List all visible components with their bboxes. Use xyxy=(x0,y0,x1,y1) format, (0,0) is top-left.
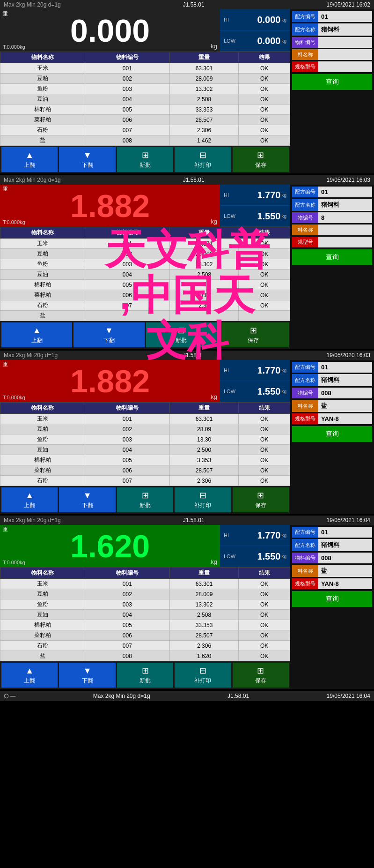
table-cell: OK xyxy=(239,589,290,599)
btn-保存[interactable]: ⊞保存 xyxy=(233,487,289,512)
low-unit: kg xyxy=(281,389,286,394)
btn-上翻[interactable]: ▲上翻 xyxy=(1,663,58,688)
hi-low-panel: HI0.000kgLOW0.000kg xyxy=(220,9,290,52)
btn-上翻[interactable]: ▲上翻 xyxy=(1,147,58,172)
btn-补打印[interactable]: ⊟补打印 xyxy=(175,147,231,172)
table-cell: 001 xyxy=(85,414,169,424)
table-header: 重量 xyxy=(169,227,238,239)
table-row: 棉籽粕00533.353OK xyxy=(0,105,290,115)
low-row: LOW1.550kg xyxy=(220,546,290,567)
table-cell: OK xyxy=(239,63,290,74)
table-cell: 003 xyxy=(85,599,169,610)
info-tag: 配方名称 xyxy=(292,539,318,551)
table-cell: 石粉 xyxy=(0,641,85,651)
info-value: 盐 xyxy=(318,565,372,577)
btn-补打印[interactable]: ⊟补打印 xyxy=(175,487,231,512)
table-cell: 鱼粉 xyxy=(0,599,85,610)
hi-low-panel: HI1.770kgLOW1.550kg xyxy=(220,185,290,227)
hi-low-panel: HI1.770kgLOW1.550kg xyxy=(220,525,290,567)
info-value xyxy=(318,237,372,247)
table-row: 菜籽粕00628.507OK xyxy=(0,115,290,125)
btn-下翻[interactable]: ▼下翻 xyxy=(59,487,115,512)
low-label: LOW xyxy=(224,554,238,559)
table-row: 盐0081.620OK xyxy=(0,651,290,661)
table-wrapper: 物料名称物料编号重量结果玉米00163.301OK豆粕00228.009OK鱼粉… xyxy=(0,567,290,661)
btn-下翻[interactable]: ▼下翻 xyxy=(73,322,144,347)
info-block: 配方编号01 xyxy=(292,527,372,538)
table-row: 豆粕00228.009OK xyxy=(0,589,290,599)
btn-上翻[interactable]: ▲上翻 xyxy=(1,322,72,347)
query-button[interactable]: 查询 xyxy=(292,249,372,265)
btn-label-保存: 保存 xyxy=(255,161,266,169)
table-cell: 004 xyxy=(85,269,169,280)
info-tag: 配方编号 xyxy=(292,11,318,22)
table-row: 豆油0042.508OK xyxy=(0,610,290,620)
btn-下翻[interactable]: ▼下翻 xyxy=(59,663,115,688)
table-cell: 棉籽粕 xyxy=(0,105,85,115)
table-cell: 玉米 xyxy=(0,63,85,74)
btn-补打印[interactable]: ⊟补打印 xyxy=(175,663,231,688)
table-row: 盐 xyxy=(0,311,290,321)
hi-label: HI xyxy=(224,532,238,538)
weight-number-area: 重1.882kgT:0.000kg xyxy=(0,360,220,402)
btn-icon-上翻: ▲ xyxy=(25,491,34,501)
weight-display: 重0.000kgT:0.000kgHI0.000kgLOW0.000kg xyxy=(0,9,290,52)
weight-value: 0.000 xyxy=(4,15,216,46)
table-row: 石粉0072.306OK xyxy=(0,476,290,486)
table-cell: 玉米 xyxy=(0,239,85,249)
btn-新批[interactable]: ⊞新批 xyxy=(117,487,173,512)
table-cell: 004 xyxy=(85,94,169,105)
header-spec: Max 2kg Min 20g d=1g xyxy=(4,177,61,183)
table-row: 豆油0042.508OK xyxy=(0,269,290,280)
panel-1: Max 2kg Min 20g d=1gJ1.58.0119/05/2021 1… xyxy=(0,0,374,175)
info-value: YAN-8 xyxy=(318,413,372,424)
btn-label-上翻: 上翻 xyxy=(24,161,35,169)
query-button[interactable]: 查询 xyxy=(292,74,372,90)
btn-上翻[interactable]: ▲上翻 xyxy=(1,487,58,512)
info-tag: 料名称 xyxy=(292,400,318,412)
table-row: 玉米00163.301OK xyxy=(0,579,290,589)
table-cell: 007 xyxy=(85,125,169,135)
table-cell: 豆油 xyxy=(0,269,85,280)
btn-icon-上翻: ▲ xyxy=(25,666,34,676)
kg-unit: kg xyxy=(211,558,217,565)
table-cell: 005 xyxy=(85,105,169,115)
table-cell: 鱼粉 xyxy=(0,434,85,445)
table-wrapper: 物料名称物料编号重量结果玉米00163.301OK豆粕00228.09OK鱼粉0… xyxy=(0,402,290,486)
query-button[interactable]: 查询 xyxy=(292,426,372,442)
hi-row: HI1.770kg xyxy=(220,360,290,381)
table-cell: 2.508 xyxy=(169,269,238,280)
table-cell: 棉籽粕 xyxy=(0,620,85,630)
info-value xyxy=(318,49,372,60)
btn-保存[interactable]: ⊞保存 xyxy=(218,322,289,347)
table-cell: 006 xyxy=(85,290,169,300)
table-cell: 003 xyxy=(85,259,169,269)
footer-icon: ⬡ — xyxy=(4,693,15,699)
info-tag: 配方名称 xyxy=(292,23,318,36)
table-cell: OK xyxy=(239,641,290,651)
table-cell: OK xyxy=(239,445,290,455)
table-cell: 豆粕 xyxy=(0,249,85,259)
info-value: 01 xyxy=(318,527,372,538)
btn-新批[interactable]: ⊞新批 xyxy=(117,147,173,172)
info-block: 配方名称猪饲料 xyxy=(292,374,372,386)
btn-下翻[interactable]: ▼下翻 xyxy=(59,147,115,172)
table-cell: 13.30 xyxy=(169,434,238,445)
table-cell: OK xyxy=(239,465,290,476)
btn-保存[interactable]: ⊞保存 xyxy=(233,147,289,172)
btn-label-补打印: 补打印 xyxy=(194,501,211,509)
btn-icon-保存: ⊞ xyxy=(257,150,264,160)
header-spec: Max 2kg Min 20g d=1g xyxy=(4,1,61,8)
info-value: 猪饲料 xyxy=(318,199,372,211)
table-cell: 2.508 xyxy=(169,610,238,620)
btn-新批[interactable]: ⊞新批 xyxy=(146,322,217,347)
btn-保存[interactable]: ⊞保存 xyxy=(233,663,289,688)
left-section: 重1.620kgT:0.000kgHI1.770kgLOW1.550kg物料名称… xyxy=(0,525,290,689)
table-cell: OK xyxy=(239,239,290,249)
button-bar: ▲上翻▼下翻⊞新批⊟补打印⊞保存 xyxy=(0,486,290,514)
query-button[interactable]: 查询 xyxy=(292,591,372,607)
table-cell: 玉米 xyxy=(0,579,85,589)
btn-新批[interactable]: ⊞新批 xyxy=(117,663,173,688)
table-cell: OK xyxy=(239,94,290,105)
table-cell: OK xyxy=(239,476,290,486)
